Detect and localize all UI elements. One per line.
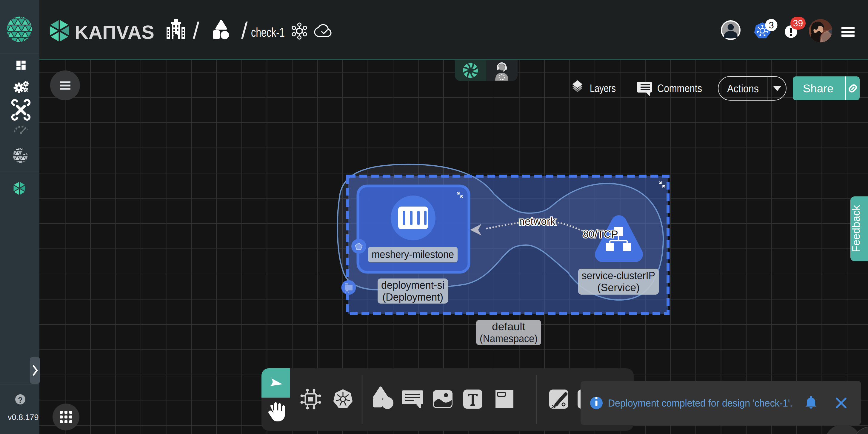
svg-text:deployment-si: deployment-si xyxy=(381,279,444,291)
svg-text:(Service): (Service) xyxy=(597,282,640,293)
svg-text:?: ? xyxy=(18,396,23,404)
svg-text:(Deployment): (Deployment) xyxy=(382,291,443,303)
svg-text:(Namespace): (Namespace) xyxy=(480,333,537,344)
svg-text:default: default xyxy=(492,321,525,333)
svg-text:Share: Share xyxy=(803,82,834,95)
svg-text:39: 39 xyxy=(793,19,803,28)
svg-text:service-clusterIP: service-clusterIP xyxy=(582,270,655,281)
svg-text:80/TCP: 80/TCP xyxy=(583,229,618,240)
svg-text:meshery-milestone: meshery-milestone xyxy=(372,249,454,260)
svg-text:v0.8.179: v0.8.179 xyxy=(8,413,39,422)
svg-text:network: network xyxy=(519,216,556,227)
svg-text:check-1: check-1 xyxy=(251,25,285,40)
svg-text:/: / xyxy=(193,17,199,43)
svg-text:Comments: Comments xyxy=(657,82,702,94)
svg-text:Actions: Actions xyxy=(727,82,759,95)
svg-text:3: 3 xyxy=(769,20,774,30)
svg-text:/: / xyxy=(241,17,248,43)
svg-text:Deployment completed for desig: Deployment completed for design 'check-1… xyxy=(608,398,793,409)
svg-text:KAΠVAS: KAΠVAS xyxy=(74,22,154,43)
svg-text:Layers: Layers xyxy=(590,82,616,94)
svg-text:Feedback: Feedback xyxy=(850,205,862,252)
